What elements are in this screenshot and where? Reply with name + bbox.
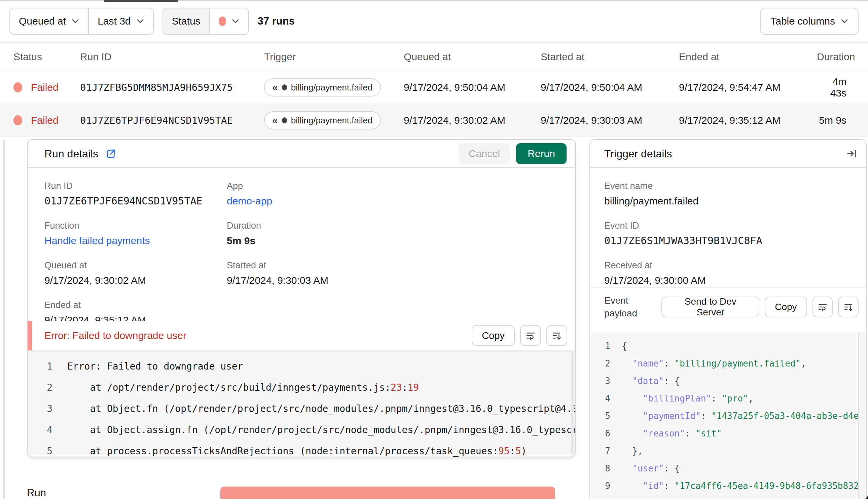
send-to-dev-server-button[interactable]: Send to Dev Server	[661, 296, 759, 317]
event-id-value: 01J7ZE6S1MJWA33HT9B1VJC8FA	[604, 234, 866, 247]
queued-at-cell: 9/17/2024, 9:50:04 AM	[404, 82, 541, 93]
line-number: 5	[27, 446, 67, 457]
col-header-queued-at: Queued at	[404, 51, 541, 62]
chevron-down-icon	[231, 19, 240, 24]
col-header-ended-at: Ended at	[679, 51, 817, 62]
trigger-event-badge[interactable]: « billing/payment.failed	[264, 78, 381, 97]
event-payload-section: Event payload Send to Dev Server Copy 1{…	[590, 288, 866, 499]
code-line: 4 at Object.assign.fn (/opt/render/proje…	[27, 419, 575, 440]
event-name-value: billing/payment.failed	[604, 194, 866, 208]
event-name-field: Event name billing/payment.failed	[604, 180, 866, 208]
event-payload-json[interactable]: 1{2 "name": "billing/payment.failed",3 "…	[590, 332, 866, 499]
received-at-value: 9/17/2024, 9:30:00 AM	[604, 274, 866, 287]
word-wrap-toggle-button[interactable]	[812, 296, 833, 317]
trigger-event-badge[interactable]: « billing/payment.failed	[264, 111, 381, 130]
col-header-started-at: Started at	[541, 51, 679, 62]
queued-at-filter-label: Queued at	[19, 15, 66, 27]
error-stack-trace[interactable]: 1Error: Failed to downgrade user2 at /op…	[27, 350, 575, 457]
ended-at-cell: 9/17/2024, 9:35:12 AM	[679, 115, 817, 126]
run-id-cell: 01J7ZFBG5DMM85MJA9H659JX75	[80, 82, 264, 93]
timeline-run-bar-failed[interactable]	[220, 487, 555, 499]
table-columns-label: Table columns	[770, 15, 835, 27]
line-number: 1	[27, 361, 67, 372]
chevron-down-icon	[71, 19, 80, 24]
app-link[interactable]: demo-app	[227, 194, 575, 208]
scroll-to-bottom-button[interactable]	[546, 325, 567, 346]
received-at-field: Received at 9/17/2024, 9:30:00 AM	[604, 259, 866, 287]
failed-status-dot-icon	[219, 16, 226, 26]
code-line: 6 "reason": "sit"	[590, 425, 866, 442]
received-at-label: Received at	[604, 259, 866, 271]
line-number: 1	[590, 341, 622, 351]
copy-error-button[interactable]: Copy	[472, 325, 515, 346]
external-link-icon[interactable]	[106, 148, 117, 159]
error-accent-bar	[27, 321, 32, 350]
event-icon: «	[272, 82, 278, 93]
started-at-cell: 9/17/2024, 9:50:04 AM	[541, 82, 679, 93]
active-tab-indicator	[104, 0, 178, 2]
status-badge: Failed	[31, 82, 59, 93]
status-filter-group: Status	[162, 8, 249, 35]
queued-at-field: Queued at 9/17/2024, 9:30:02 AM	[45, 259, 227, 287]
code-line: 1{	[590, 337, 866, 355]
code-line: 1Error: Failed to downgrade user	[27, 356, 575, 377]
event-id-field: Event ID 01J7ZE6S1MJWA33HT9B1VJC8FA	[604, 220, 866, 247]
event-id-label: Event ID	[604, 220, 866, 231]
trigger-details-card: Trigger details Event name billing/payme…	[589, 139, 867, 499]
status-badge: Failed	[31, 115, 59, 126]
ended-at-label: Ended at	[45, 299, 227, 311]
code-line: 2 at /opt/render/project/src/build/innge…	[27, 377, 575, 398]
run-id-cell: 01J7ZE6TPJF6E94NCSD1V95TAE	[80, 115, 264, 126]
timeline-run-label: Run	[27, 487, 46, 499]
function-field: Function Handle failed payments	[45, 220, 227, 247]
table-row[interactable]: Failed 01J7ZFBG5DMM85MJA9H659JX75 « bill…	[0, 71, 868, 104]
time-range-filter-button[interactable]: Last 3d	[88, 9, 153, 34]
line-number: 3	[590, 376, 622, 386]
run-details-card: Run details Cancel Rerun Run ID 01J7ZE6T…	[27, 139, 576, 457]
duration-cell: 4m 43s	[817, 76, 846, 99]
collapse-panel-icon[interactable]	[846, 148, 857, 159]
code-scrollbar[interactable]	[570, 352, 574, 454]
chevron-down-icon	[136, 19, 144, 24]
run-details-title: Run details	[45, 148, 98, 160]
payload-scrollbar-track[interactable]	[858, 332, 859, 499]
event-name-label: Event name	[604, 180, 866, 192]
line-number: 9	[590, 481, 622, 491]
chevron-down-icon	[841, 19, 848, 24]
queued-at-filter-button[interactable]: Queued at	[10, 9, 88, 34]
code-line: 7 },	[590, 442, 866, 460]
run-details-region: Run details Cancel Rerun Run ID 01J7ZE6T…	[0, 138, 868, 499]
status-filter-value-button[interactable]	[209, 9, 248, 34]
function-link[interactable]: Handle failed payments	[45, 234, 227, 247]
copy-payload-button[interactable]: Copy	[765, 296, 807, 317]
function-label: Function	[45, 220, 227, 231]
error-title: Error: Failed to downgrade user	[45, 330, 186, 341]
code-line: 5 at process.processTicksAndRejections (…	[27, 440, 575, 457]
filter-toolbar: Queued at Last 3d Status 37 runs Table c…	[0, 0, 868, 43]
app-label: App	[227, 180, 575, 192]
trigger-event-name: billing/payment.failed	[291, 82, 373, 93]
vertical-scrollbar[interactable]	[3, 140, 5, 499]
event-icon: «	[272, 115, 278, 125]
word-wrap-toggle-button[interactable]	[520, 325, 541, 346]
queued-at-cell: 9/17/2024, 9:30:02 AM	[404, 115, 541, 126]
table-row-selected[interactable]: Failed 01J7ZE6TPJF6E94NCSD1V95TAE « bill…	[0, 104, 868, 137]
line-number: 2	[27, 382, 67, 393]
line-number: 8	[590, 463, 622, 473]
line-number: 5	[590, 411, 622, 421]
table-columns-button[interactable]: Table columns	[760, 8, 859, 35]
code-line: 8 "user": {	[590, 460, 866, 477]
code-line: 3 at Object.fn (/opt/render/project/src/…	[27, 398, 575, 419]
rerun-button[interactable]: Rerun	[516, 143, 567, 164]
queued-at-label: Queued at	[45, 259, 227, 271]
line-number: 4	[590, 393, 622, 403]
started-at-cell: 9/17/2024, 9:30:03 AM	[541, 115, 679, 126]
time-range-label: Last 3d	[98, 15, 131, 27]
scroll-to-bottom-button[interactable]	[838, 296, 859, 317]
ended-at-cell: 9/17/2024, 9:54:47 AM	[679, 82, 817, 93]
cancel-button[interactable]: Cancel	[459, 143, 510, 164]
event-dot-icon	[282, 84, 287, 90]
duration-cell: 5m 9s	[817, 115, 846, 126]
code-line: 4 "billingPlan": "pro",	[590, 390, 866, 407]
queued-at-value: 9/17/2024, 9:30:02 AM	[45, 274, 227, 287]
